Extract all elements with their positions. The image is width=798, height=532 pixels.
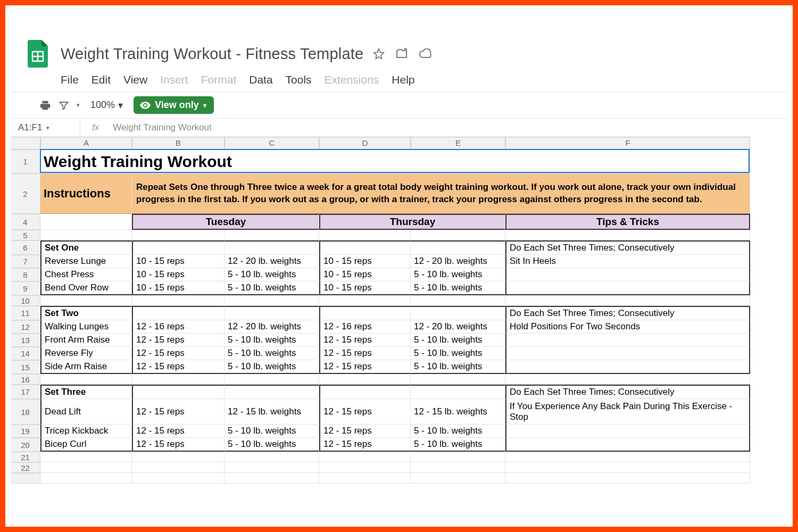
row-header[interactable]: 10 xyxy=(11,295,40,306)
grid-cell[interactable] xyxy=(319,473,411,484)
row-header[interactable]: 18 xyxy=(11,399,40,425)
row-header[interactable]: 2 xyxy=(11,173,40,214)
row-header[interactable]: 7 xyxy=(11,255,40,268)
row-header[interactable]: 13 xyxy=(11,334,40,347)
reps-cell[interactable]: 10 - 15 reps xyxy=(319,281,411,295)
tips-cell[interactable]: Hold Positions For Two Seconds xyxy=(505,320,750,334)
menu-tools[interactable]: Tools xyxy=(286,73,312,86)
grid-cell[interactable] xyxy=(132,452,225,462)
menu-help[interactable]: Help xyxy=(392,73,414,86)
grid-cell[interactable] xyxy=(411,295,505,306)
menu-edit[interactable]: Edit xyxy=(92,73,111,86)
grid-cell[interactable] xyxy=(505,295,750,306)
row-header[interactable]: 6 xyxy=(11,240,40,255)
reps-cell[interactable]: 12 - 15 reps xyxy=(319,399,411,425)
formula-input[interactable]: Weight Training Workout xyxy=(106,122,212,133)
row-header[interactable]: 1 xyxy=(11,149,40,173)
grid-cell[interactable] xyxy=(319,230,411,240)
column-header[interactable]: E xyxy=(411,137,505,149)
tips-cell[interactable]: Do Each Set Three Times; Consecutively xyxy=(505,240,750,255)
tips-cell[interactable]: Sit In Heels xyxy=(505,255,750,268)
tips-cell[interactable]: Do Each Set Three Times; Consecutively xyxy=(505,306,750,320)
reps-cell[interactable]: 12 - 15 reps xyxy=(132,399,225,425)
menu-file[interactable]: File xyxy=(61,73,79,86)
weight-cell[interactable]: 5 - 10 lb. weights xyxy=(225,360,319,374)
weight-cell[interactable]: 5 - 10 lb. weights xyxy=(225,425,319,438)
set-name-cell[interactable]: Set One xyxy=(40,240,132,255)
tips-cell[interactable] xyxy=(505,347,750,360)
grid-cell[interactable] xyxy=(40,462,132,473)
grid-cell[interactable] xyxy=(411,462,505,473)
row-header[interactable] xyxy=(11,473,40,484)
row-header[interactable]: 16 xyxy=(11,374,40,385)
reps-cell[interactable]: 12 - 15 reps xyxy=(319,425,411,438)
grid-cell[interactable] xyxy=(40,214,132,230)
weight-cell[interactable]: 5 - 10 lb. weights xyxy=(411,360,505,374)
reps-cell[interactable]: 10 - 15 reps xyxy=(132,281,225,295)
filter-menu-caret-icon[interactable]: ▾ xyxy=(77,102,80,109)
reps-cell[interactable]: 10 - 15 reps xyxy=(132,268,225,281)
grid-cell[interactable] xyxy=(40,473,132,484)
exercise-name-cell[interactable]: Bend Over Row xyxy=(40,281,132,295)
weight-cell[interactable]: 5 - 10 lb. weights xyxy=(411,334,505,347)
reps-cell[interactable]: 12 - 15 reps xyxy=(132,347,225,360)
weight-cell[interactable]: 5 - 10 lb. weights xyxy=(411,425,505,438)
weight-cell[interactable] xyxy=(411,240,505,255)
grid-cell[interactable] xyxy=(505,452,750,462)
row-header[interactable]: 12 xyxy=(11,320,40,334)
view-only-button[interactable]: View only ▾ xyxy=(134,96,214,114)
reps-cell[interactable]: 12 - 15 reps xyxy=(319,347,411,360)
grid-cell[interactable] xyxy=(40,295,132,306)
move-icon[interactable] xyxy=(395,48,408,60)
doc-title[interactable]: Weight Training Workout - Fitness Templa… xyxy=(61,45,363,63)
exercise-name-cell[interactable]: Reverse Lunge xyxy=(40,255,132,268)
reps-cell[interactable]: 12 - 16 reps xyxy=(319,320,411,334)
grid-cell[interactable] xyxy=(319,374,411,385)
grid-cell[interactable] xyxy=(411,230,505,240)
weight-cell[interactable] xyxy=(225,240,319,255)
reps-cell[interactable]: 12 - 15 reps xyxy=(319,360,411,374)
row-header[interactable]: 14 xyxy=(11,347,40,360)
reps-cell[interactable]: 12 - 15 reps xyxy=(132,425,225,438)
reps-cell[interactable]: 12 - 15 reps xyxy=(319,334,411,347)
grid-cell[interactable] xyxy=(225,295,319,306)
reps-cell[interactable]: 12 - 15 reps xyxy=(319,438,411,452)
row-header[interactable]: 19 xyxy=(11,425,40,438)
row-header[interactable]: 8 xyxy=(11,268,40,281)
reps-cell[interactable]: 10 - 15 reps xyxy=(319,255,411,268)
exercise-name-cell[interactable]: Chest Press xyxy=(40,268,132,281)
grid-cell[interactable] xyxy=(225,374,319,385)
row-header[interactable]: 9 xyxy=(11,281,40,295)
tips-cell[interactable] xyxy=(505,425,750,438)
spreadsheet-grid[interactable]: ABCDEF1Weight Training Workout2Instructi… xyxy=(11,137,787,484)
tips-cell[interactable]: Do Each Set Three Times; Consecutively xyxy=(505,385,750,399)
reps-cell[interactable]: 10 - 15 reps xyxy=(319,268,411,281)
reps-cell[interactable] xyxy=(132,306,225,320)
reps-cell[interactable] xyxy=(319,306,411,320)
reps-cell[interactable] xyxy=(132,240,225,255)
grid-cell[interactable] xyxy=(411,473,505,484)
grid-cell[interactable] xyxy=(40,452,132,462)
reps-cell[interactable] xyxy=(319,385,411,399)
weight-cell[interactable]: 12 - 20 lb. weights xyxy=(411,255,505,268)
weight-cell[interactable]: 5 - 10 lb. weights xyxy=(225,347,319,360)
row-header[interactable]: 17 xyxy=(11,385,40,399)
day-header-tuesday[interactable]: Tuesday xyxy=(132,214,319,230)
row-header[interactable]: 5 xyxy=(11,230,40,240)
tips-cell[interactable]: If You Experience Any Back Pain During T… xyxy=(505,399,750,425)
row-header[interactable]: 21 xyxy=(11,452,40,462)
weight-cell[interactable]: 12 - 15 lb. weights xyxy=(411,399,505,425)
grid-cell[interactable] xyxy=(411,452,505,462)
row-header[interactable]: 20 xyxy=(11,438,40,452)
column-header[interactable]: B xyxy=(132,137,225,149)
grid-cell[interactable] xyxy=(225,230,319,240)
grid-cell[interactable] xyxy=(132,374,225,385)
filter-icon[interactable] xyxy=(59,100,69,111)
grid-cell[interactable] xyxy=(505,473,750,484)
tips-cell[interactable] xyxy=(505,268,750,281)
weight-cell[interactable]: 5 - 10 lb. weights xyxy=(225,268,319,281)
weight-cell[interactable] xyxy=(225,306,319,320)
reps-cell[interactable]: 12 - 15 reps xyxy=(132,438,225,452)
tips-cell[interactable] xyxy=(505,281,750,295)
grid-cell[interactable] xyxy=(319,462,411,473)
